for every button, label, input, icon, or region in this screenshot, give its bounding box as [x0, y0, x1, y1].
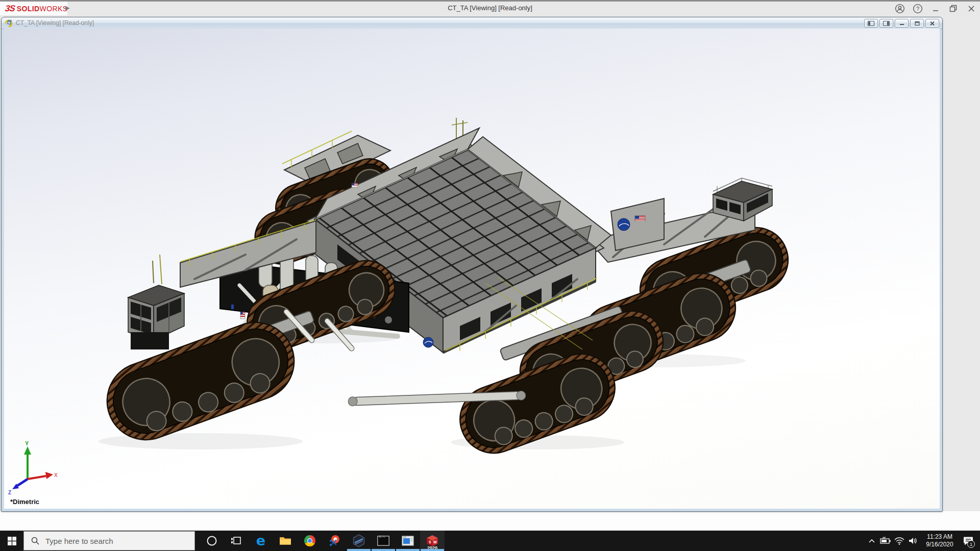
chevron-up-icon	[868, 538, 875, 543]
task-view-icon	[231, 536, 241, 545]
svg-text:S: S	[429, 540, 431, 544]
open-app-indicator	[396, 549, 420, 551]
cortana-button[interactable]	[200, 531, 224, 551]
statusbar-area	[0, 511, 980, 531]
volume-button[interactable]	[906, 531, 920, 551]
doc-restore-button[interactable]	[910, 19, 924, 28]
restore-button[interactable]	[944, 2, 962, 15]
3d-viewport[interactable]: .belt{fill:url(#tread);stroke:#150e07;st…	[4, 29, 940, 509]
restore-icon	[949, 5, 957, 12]
battery-button[interactable]	[878, 531, 892, 551]
wifi-button[interactable]	[892, 531, 906, 551]
us-flag-rear	[352, 183, 358, 187]
chrome-button[interactable]	[298, 531, 322, 551]
svg-text:W: W	[433, 540, 437, 544]
app-titlebar: 3S SOLIDWORKS ▶ CT_TA [Viewing] [Read-on…	[0, 2, 980, 16]
battery-icon	[880, 537, 891, 545]
app-workspace: CT_TA [Viewing] [Read-only]	[0, 15, 980, 531]
screen: 3S SOLIDWORKS ▶ CT_TA [Viewing] [Read-on…	[0, 0, 980, 551]
pane-left-button[interactable]	[864, 19, 878, 28]
svg-text:?: ?	[916, 6, 919, 12]
taskbar: e	[0, 531, 980, 551]
window-app-button[interactable]	[396, 531, 420, 551]
chrome-icon	[304, 535, 316, 547]
search-input[interactable]	[44, 536, 169, 546]
left-cab	[128, 255, 184, 349]
pane-left-icon	[868, 21, 874, 26]
file-explorer-icon	[279, 536, 291, 546]
right-cab	[713, 178, 772, 221]
help-icon: ?	[913, 4, 923, 14]
notification-badge: 1	[967, 540, 975, 548]
z-axis-label: Z	[8, 490, 11, 495]
y-axis-label: Y	[25, 440, 29, 446]
view-orientation-label: *Dimetric	[10, 498, 39, 506]
minimize-button[interactable]	[926, 2, 944, 15]
windows-logo-icon	[8, 537, 16, 545]
edge-icon: e	[256, 535, 265, 547]
document-window: CT_TA [Viewing] [Read-only]	[1, 17, 943, 512]
system-tray: 11:23 AM 9/16/2020 1	[865, 531, 977, 551]
cortana-icon	[206, 535, 217, 546]
search-icon	[31, 537, 39, 545]
nasa-meatball-left	[423, 337, 433, 347]
close-button[interactable]	[962, 2, 980, 15]
account-icon	[895, 4, 905, 14]
wifi-icon	[894, 537, 904, 545]
close-icon	[968, 5, 975, 12]
hexagon-app-button[interactable]	[347, 531, 371, 551]
edge-button[interactable]: e	[249, 531, 273, 551]
open-app-indicator	[347, 549, 371, 551]
action-center-button[interactable]: 1	[960, 531, 977, 551]
doc-close-icon	[929, 21, 935, 26]
taskbar-search[interactable]	[23, 531, 195, 550]
orientation-triad: Y X Z	[6, 439, 62, 496]
crawler-transporter-model: .belt{fill:url(#tread);stroke:#150e07;st…	[4, 29, 940, 509]
assembly-document-icon	[5, 19, 13, 27]
open-app-indicator	[421, 549, 444, 551]
window-app-icon	[402, 536, 414, 546]
clock-date: 9/16/2020	[923, 541, 957, 548]
pane-right-icon	[883, 21, 890, 26]
hexagon-app-icon	[352, 534, 365, 547]
minimize-icon	[932, 5, 939, 12]
doc-restore-icon	[914, 21, 920, 26]
scissors-app-button[interactable]	[322, 531, 347, 551]
taskbar-clock[interactable]: 11:23 AM 9/16/2020	[923, 533, 957, 548]
open-app-indicator	[372, 549, 395, 551]
us-flag-left	[240, 312, 245, 319]
nasa-meatball-right	[618, 218, 630, 231]
blue-pennant	[231, 305, 234, 309]
window-title: CT_TA [Viewing] [Read-only]	[0, 4, 980, 12]
command-prompt-text: C:\	[379, 535, 385, 539]
solidworks-2020-button[interactable]: S W 2020	[420, 531, 445, 551]
document-titlebar[interactable]: CT_TA [Viewing] [Read-only]	[2, 17, 942, 29]
document-title: CT_TA [Viewing] [Read-only]	[16, 19, 94, 27]
clock-time: 11:23 AM	[923, 533, 957, 541]
tray-chevron-button[interactable]	[865, 531, 878, 551]
track-front-left-inner	[96, 312, 305, 451]
doc-minimize-icon	[899, 21, 905, 26]
file-explorer-button[interactable]	[273, 531, 298, 551]
help-button[interactable]: ?	[909, 2, 926, 15]
doc-close-button[interactable]	[925, 19, 939, 28]
scissors-app-icon	[328, 535, 340, 547]
y-axis-arrow	[24, 446, 31, 455]
pane-right-button[interactable]	[879, 19, 893, 28]
speaker-icon	[909, 537, 918, 545]
x-axis-arrow	[45, 472, 53, 479]
command-prompt-button[interactable]: C:\	[371, 531, 396, 551]
doc-minimize-button[interactable]	[895, 19, 909, 28]
start-button[interactable]	[0, 531, 23, 551]
account-button[interactable]	[891, 2, 909, 15]
us-flag-right	[635, 216, 645, 221]
x-axis-label: X	[54, 472, 58, 478]
task-view-button[interactable]	[224, 531, 249, 551]
